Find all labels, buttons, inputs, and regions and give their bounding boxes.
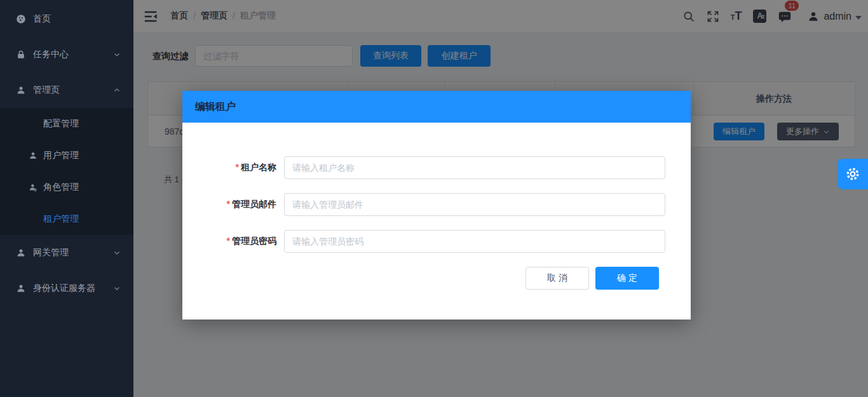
sidebar-item-label: 管理页 bbox=[33, 84, 60, 96]
chevron-up-icon bbox=[113, 86, 121, 94]
chevron-down-icon bbox=[113, 249, 121, 257]
admin-email-input[interactable] bbox=[284, 193, 665, 216]
chevron-down-icon bbox=[113, 51, 121, 58]
role-icon bbox=[28, 182, 38, 192]
sidebar-item-label: 身份认证服务器 bbox=[33, 283, 95, 294]
user-icon bbox=[15, 84, 27, 96]
sidebar-item-tenant-mgmt[interactable]: 租户管理 bbox=[0, 203, 133, 235]
sidebar-item-label: 网关管理 bbox=[33, 247, 69, 259]
dashboard-icon bbox=[15, 13, 27, 25]
modal-header: 编辑租户 bbox=[182, 91, 691, 123]
sidebar-item-home[interactable]: 首页 bbox=[0, 1, 133, 37]
lock-icon bbox=[15, 49, 27, 60]
sidebar-submenu: 配置管理 用户管理 角色管理 租户管理 bbox=[0, 108, 133, 235]
sidebar-subitem-label: 用户管理 bbox=[43, 150, 79, 161]
sidebar-item-user-mgmt[interactable]: 用户管理 bbox=[0, 140, 133, 172]
confirm-button[interactable]: 确 定 bbox=[595, 267, 659, 290]
sidebar-item-identity-server[interactable]: 身份认证服务器 bbox=[0, 271, 133, 306]
sidebar-subitem-label: 角色管理 bbox=[43, 182, 79, 193]
form-row-admin-password: *管理员密码 bbox=[182, 230, 276, 253]
sidebar-item-config-mgmt[interactable]: 配置管理 bbox=[0, 108, 133, 140]
sidebar: 首页 任务中心 管理页 配置管理 bbox=[0, 0, 133, 397]
tenant-name-input[interactable] bbox=[284, 156, 665, 179]
user-icon bbox=[15, 283, 27, 294]
gear-icon bbox=[844, 166, 861, 182]
cancel-button[interactable]: 取 消 bbox=[526, 267, 589, 290]
app-root: 首页 任务中心 管理页 配置管理 bbox=[0, 0, 868, 397]
required-asterisk: * bbox=[236, 162, 239, 172]
edit-tenant-modal: 编辑租户 *租户名称 *管理员邮件 *管理员密码 取 消 确 定 bbox=[182, 91, 691, 320]
admin-password-input[interactable] bbox=[284, 230, 665, 253]
sidebar-item-gateway-mgmt[interactable]: 网关管理 bbox=[0, 235, 133, 271]
sidebar-subitem-label: 配置管理 bbox=[43, 118, 79, 130]
sidebar-item-role-mgmt[interactable]: 角色管理 bbox=[0, 172, 133, 203]
required-asterisk: * bbox=[227, 199, 230, 209]
admin-password-label: *管理员密码 bbox=[182, 236, 276, 247]
settings-gear-button[interactable] bbox=[837, 159, 868, 189]
required-asterisk: * bbox=[227, 236, 230, 246]
sidebar-item-admin-page[interactable]: 管理页 bbox=[0, 72, 133, 108]
user-icon bbox=[28, 151, 38, 161]
sidebar-item-label: 首页 bbox=[33, 13, 51, 25]
form-row-tenant-name: *租户名称 bbox=[182, 156, 276, 179]
chevron-down-icon bbox=[113, 285, 121, 292]
admin-email-label: *管理员邮件 bbox=[182, 199, 276, 210]
modal-title: 编辑租户 bbox=[195, 100, 236, 114]
sidebar-item-label: 任务中心 bbox=[33, 49, 69, 60]
sidebar-subitem-label: 租户管理 bbox=[43, 213, 79, 225]
form-row-admin-email: *管理员邮件 bbox=[182, 193, 276, 216]
sidebar-item-task-center[interactable]: 任务中心 bbox=[0, 37, 133, 72]
user-icon bbox=[15, 247, 27, 259]
tenant-name-label: *租户名称 bbox=[182, 162, 276, 173]
